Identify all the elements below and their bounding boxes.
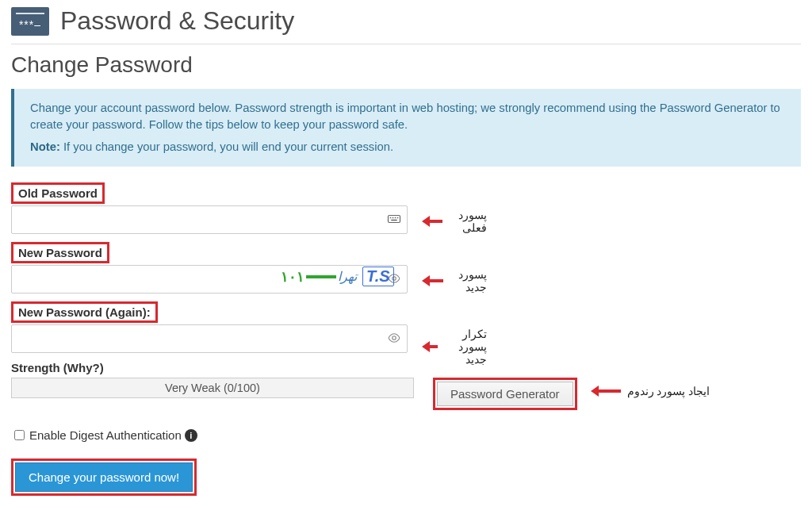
strength-label: Strength (Why?) [11,361,801,374]
info-icon[interactable]: i [185,429,197,442]
digest-auth-row: Enable Digest Authentication i [11,428,801,443]
new-password-again-input[interactable] [11,324,408,353]
info-note: Note: If you change your password, you w… [30,139,785,155]
info-text-1: Change your account password below. Pass… [30,100,785,134]
change-password-button[interactable]: Change your password now! [15,462,193,492]
digest-auth-label: Enable Digest Authentication [29,428,182,442]
divider [11,44,801,44]
annotation-again-text: تکرار پسورد جدید [444,328,487,366]
strength-meter: Very Weak (0/100) [11,378,414,398]
arrow-icon [422,216,442,227]
svg-rect-2 [393,217,394,219]
page-title: Password & Security [60,6,294,36]
old-password-input[interactable] [11,205,408,234]
annotation-new: پسورد جدید [416,268,487,294]
new-password-again-wrap: تکرار پسورد جدید [11,324,408,353]
form: Old Password پسورد فعلی New Password ۱۰۱… [11,182,801,496]
annotation-again: تکرار پسورد جدید [416,328,487,366]
old-password-wrap: پسورد فعلی [11,205,408,234]
svg-rect-5 [391,220,397,221]
strength-row: Very Weak (0/100) Password Generator ایج… [11,378,801,410]
new-password-again-label: New Password (Again): [11,301,158,323]
info-note-text: If you change your password, you will en… [63,140,393,153]
password-generator-highlight: Password Generator ایجاد پسورد رندوم [433,378,577,410]
eye-icon[interactable] [387,271,401,289]
new-password-input[interactable] [11,265,408,294]
old-password-label: Old Password [11,182,105,204]
page-header: ***– Password & Security [11,6,801,36]
svg-point-6 [393,277,396,281]
password-generator-button[interactable]: Password Generator [437,382,573,406]
annotation-old: پسورد فعلی [416,209,487,234]
keyboard-icon [387,212,401,229]
new-password-wrap: ۱۰۱ تهرا T.S پسورد جدید [11,265,408,294]
svg-rect-4 [397,217,399,219]
annotation-old-text: پسورد فعلی [449,209,487,234]
info-panel: Change your account password below. Pass… [11,89,801,167]
svg-rect-1 [390,217,392,219]
annotation-generator-text: ایجاد پسورد رندوم [627,385,710,397]
arrow-icon [422,275,443,286]
annotation-new-text: پسورد جدید [450,268,487,294]
new-password-label: New Password [11,242,109,263]
strength-text: Very Weak (0/100) [165,382,260,394]
arrow-icon [422,341,438,352]
annotation-generator: ایجاد پسورد رندوم [584,385,710,397]
svg-point-7 [393,336,396,340]
password-security-icon: ***– [11,7,49,36]
digest-auth-checkbox[interactable] [14,430,25,440]
info-note-label: Note: [30,140,60,153]
svg-rect-0 [389,216,400,223]
submit-highlight: Change your password now! [11,459,197,496]
section-title: Change Password [11,52,801,78]
arrow-icon [591,386,621,397]
svg-rect-3 [395,217,396,219]
eye-icon[interactable] [387,331,401,348]
